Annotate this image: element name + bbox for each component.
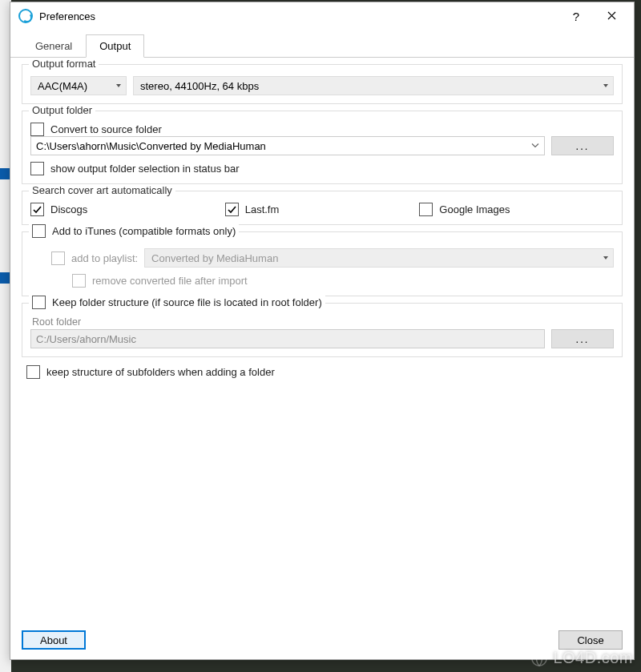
checkbox-label: Google Images xyxy=(439,203,510,215)
checkbox-box xyxy=(32,296,46,309)
close-button[interactable]: Close xyxy=(558,630,623,650)
window-close-button[interactable] xyxy=(594,4,629,28)
checkbox-label: Convert to source folder xyxy=(50,123,162,135)
help-button[interactable]: ? xyxy=(558,4,594,28)
checkbox-box xyxy=(32,224,46,238)
checkbox-box xyxy=(51,251,65,265)
about-button[interactable]: About xyxy=(22,630,86,650)
checkbox-label: Add to iTunes (compatible formats only) xyxy=(52,225,236,237)
tab-output-pane: Output format AAC(M4A) stereo, 44100Hz, … xyxy=(10,58,634,624)
group-keep-folder-structure: Keep folder structure (if source file is… xyxy=(22,303,623,357)
output-folder-path-input[interactable]: C:\Users\ahorn\Music\Converted by MediaH… xyxy=(30,136,545,155)
window-title: Preferences xyxy=(39,10,95,22)
checkbox-label: keep structure of subfolders when adding… xyxy=(46,366,275,378)
preferences-dialog: Preferences ? General Output Output form… xyxy=(10,2,635,660)
quality-value: stereo, 44100Hz, 64 kbps xyxy=(140,80,259,92)
checkbox-label: remove converted file after import xyxy=(92,275,248,287)
playlist-name-dropdown[interactable]: Converted by MediaHuman xyxy=(144,248,614,268)
tab-output[interactable]: Output xyxy=(86,34,144,58)
playlist-value: Converted by MediaHuman xyxy=(151,252,278,264)
show-in-status-bar-checkbox[interactable]: show output folder selection in status b… xyxy=(30,162,240,175)
checkbox-box xyxy=(30,162,44,175)
google-images-checkbox[interactable]: Google Images xyxy=(419,203,614,216)
quality-dropdown[interactable]: stereo, 44100Hz, 64 kbps xyxy=(133,76,614,95)
tab-label: General xyxy=(35,40,72,52)
checkbox-box xyxy=(72,274,86,288)
dialog-footer: About Close xyxy=(10,624,634,659)
add-to-playlist-checkbox[interactable]: add to playlist: xyxy=(51,251,138,265)
add-to-itunes-checkbox[interactable]: Add to iTunes (compatible formats only) xyxy=(29,224,239,238)
help-icon: ? xyxy=(573,10,579,23)
root-folder-value: C:/Users/ahorn/Music xyxy=(36,333,136,345)
checkbox-label: Last.fm xyxy=(245,203,280,215)
group-itunes: Add to iTunes (compatible formats only) … xyxy=(22,231,623,296)
discogs-checkbox[interactable]: Discogs xyxy=(30,203,225,216)
close-icon xyxy=(607,10,616,22)
root-folder-input[interactable]: C:/Users/ahorn/Music xyxy=(30,329,545,348)
root-folder-label: Root folder xyxy=(32,316,614,328)
browse-label: ... xyxy=(576,333,590,345)
group-legend: Output format xyxy=(29,58,99,70)
tab-bar: General Output xyxy=(10,30,634,58)
keep-folder-structure-checkbox[interactable]: Keep folder structure (if source file is… xyxy=(29,296,325,309)
checkbox-label: Keep folder structure (if source file is… xyxy=(52,296,322,308)
checkbox-label: add to playlist: xyxy=(71,252,138,264)
checkbox-box xyxy=(26,365,40,379)
titlebar: Preferences ? xyxy=(10,2,634,30)
checkbox-label: show output folder selection in status b… xyxy=(50,163,240,175)
group-output-format: Output format AAC(M4A) stereo, 44100Hz, … xyxy=(22,64,623,104)
group-legend: Search cover art automatically xyxy=(29,184,175,196)
checkbox-box xyxy=(419,203,433,216)
button-label: Close xyxy=(577,634,603,646)
checkbox-box xyxy=(30,203,44,216)
browse-output-folder-button[interactable]: ... xyxy=(551,136,614,155)
browse-root-folder-button[interactable]: ... xyxy=(551,329,614,348)
tab-general[interactable]: General xyxy=(22,34,86,57)
keep-subfolders-checkbox[interactable]: keep structure of subfolders when adding… xyxy=(26,365,623,379)
checkbox-box xyxy=(30,123,44,136)
codec-dropdown[interactable]: AAC(M4A) xyxy=(30,76,127,95)
button-label: About xyxy=(40,634,67,646)
browse-label: ... xyxy=(576,140,590,152)
convert-to-source-checkbox[interactable]: Convert to source folder xyxy=(30,123,614,136)
lastfm-checkbox[interactable]: Last.fm xyxy=(225,203,420,216)
group-cover-art: Search cover art automatically Discogs L… xyxy=(22,191,623,225)
group-legend: Output folder xyxy=(29,104,95,116)
checkbox-box xyxy=(225,203,239,216)
chevron-down-icon xyxy=(531,140,539,152)
tab-label: Output xyxy=(99,40,131,52)
app-icon xyxy=(18,9,33,23)
path-value: C:\Users\ahorn\Music\Converted by MediaH… xyxy=(36,140,266,152)
group-output-folder: Output folder Convert to source folder C… xyxy=(22,111,623,184)
remove-after-import-checkbox[interactable]: remove converted file after import xyxy=(72,274,248,288)
codec-value: AAC(M4A) xyxy=(38,80,87,92)
checkbox-label: Discogs xyxy=(50,203,87,215)
